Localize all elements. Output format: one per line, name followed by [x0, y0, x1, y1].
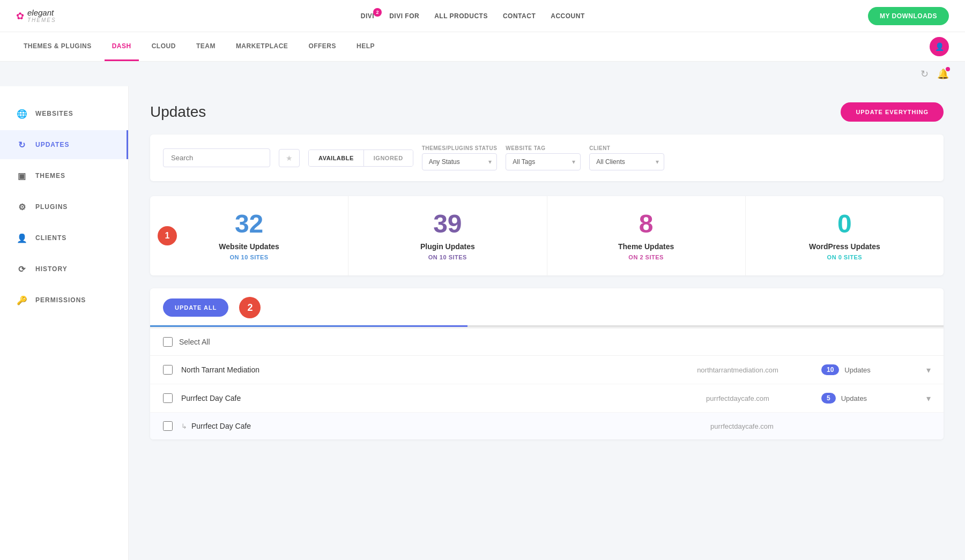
table-row: Purrfect Day Cafe purrfectdaycafe.com 5 … [150, 384, 944, 413]
updates-icon: ↻ [16, 139, 28, 151]
sub-nav-themes-plugins[interactable]: THEMES & PLUGINS [16, 33, 99, 61]
table-row: North Tarrant Mediation northtarrantmedi… [150, 356, 944, 384]
tag-select[interactable]: All Tags [506, 153, 581, 170]
plugins-icon: ⚙ [16, 201, 28, 213]
expand-purrfect[interactable]: ▾ [926, 393, 931, 404]
plugin-updates-sub: ON 10 SITES [359, 254, 536, 260]
row-checkbox-purrfect[interactable] [163, 393, 173, 403]
select-all-label: Select All [179, 338, 210, 346]
stats-row: 1 32 Website Updates ON 10 SITES 39 Plug… [150, 196, 944, 275]
search-wrap [163, 148, 270, 167]
step-badge-2: 2 [239, 297, 261, 318]
notification-dot [946, 67, 950, 71]
content-area: Updates UPDATE EVERYTHING ★ AVAILABLE IG… [129, 86, 965, 560]
sidebar: 🌐 WEBSITES ↻ UPDATES ▣ THEMES ⚙ PLUGINS … [0, 86, 129, 560]
expand-north-tarrant[interactable]: ▾ [926, 365, 931, 375]
sub-nav-cloud[interactable]: CLOUD [144, 33, 183, 61]
status-filter-label: THEMES/PLUGINS STATUS [422, 145, 498, 151]
sub-nav-help[interactable]: HELP [349, 33, 382, 61]
updates-label-north-tarrant: Updates [844, 366, 870, 374]
sidebar-label-updates: UPDATES [35, 141, 69, 148]
globe-icon: 🌐 [16, 108, 28, 120]
sidebar-item-updates[interactable]: ↻ UPDATES [0, 130, 128, 159]
stat-website-updates: 1 32 Website Updates ON 10 SITES [150, 196, 348, 275]
refresh-icon[interactable]: ↻ [921, 68, 929, 80]
status-filter-wrap: THEMES/PLUGINS STATUS Any Status Availab… [422, 145, 498, 170]
select-all-row: Select All [150, 328, 944, 356]
select-all-checkbox[interactable] [163, 337, 173, 347]
my-downloads-button[interactable]: MY DOWNLOADS [868, 7, 949, 25]
theme-updates-sub: ON 2 SITES [558, 254, 734, 260]
row-checkbox-purrfect-sub[interactable] [163, 421, 173, 431]
updates-table: UPDATE ALL 2 Select All North Tarrant Me… [150, 288, 944, 439]
top-nav-divi[interactable]: DIVI 2 [361, 12, 374, 20]
client-filter-wrap: CLIENT All Clients [589, 145, 664, 170]
table-toolbar: UPDATE ALL 2 [150, 288, 944, 328]
updates-count-purrfect: 5 [821, 393, 836, 404]
theme-updates-number: 8 [558, 211, 734, 237]
history-icon: ⟳ [16, 263, 28, 275]
stat-plugin-updates: 39 Plugin Updates ON 10 SITES [348, 196, 547, 275]
top-nav-links: DIVI 2 DIVI FOR ALL PRODUCTS CONTACT ACC… [78, 12, 868, 20]
sidebar-label-history: HISTORY [35, 265, 68, 273]
sidebar-item-history[interactable]: ⟳ HISTORY [0, 255, 128, 283]
page-title: Updates [150, 103, 206, 121]
filter-tab-group: AVAILABLE IGNORED [308, 150, 413, 167]
sidebar-item-clients[interactable]: 👤 CLIENTS [0, 223, 128, 252]
top-nav-contact[interactable]: CONTACT [503, 12, 536, 20]
wordpress-updates-number: 0 [756, 211, 933, 237]
row-checkbox-north-tarrant[interactable] [163, 365, 173, 375]
sidebar-label-plugins: PLUGINS [35, 203, 68, 211]
avatar-icon: 👤 [935, 42, 944, 51]
step-badge-1: 1 [158, 226, 177, 245]
content-header: Updates UPDATE EVERYTHING [150, 102, 944, 122]
divi-badge: 2 [373, 8, 382, 17]
search-input[interactable] [163, 148, 270, 167]
notifications-icon[interactable]: 🔔 [937, 68, 949, 80]
wordpress-updates-sub: ON 0 SITES [756, 254, 933, 260]
sidebar-item-themes[interactable]: ▣ THEMES [0, 161, 128, 190]
status-select-wrap: Any Status Available Up to Date [422, 153, 498, 170]
themes-icon: ▣ [16, 170, 28, 182]
updates-count-north-tarrant: 10 [821, 364, 839, 375]
logo[interactable]: ✿ elegant themes [16, 9, 56, 24]
top-nav: ✿ elegant themes DIVI 2 DIVI FOR ALL PRO… [0, 0, 965, 32]
sub-nav-marketplace[interactable]: MARKETPLACE [228, 33, 296, 61]
plugin-updates-number: 39 [359, 211, 536, 237]
update-everything-button[interactable]: UPDATE EVERYTHING [841, 102, 944, 122]
tab-available[interactable]: AVAILABLE [309, 150, 364, 166]
stat-theme-updates: 8 Theme Updates ON 2 SITES [547, 196, 746, 275]
tab-ignored[interactable]: IGNORED [364, 150, 413, 166]
brand-tagline: themes [27, 17, 56, 23]
client-select-wrap: All Clients [589, 153, 664, 170]
client-select[interactable]: All Clients [589, 153, 664, 170]
sidebar-item-plugins[interactable]: ⚙ PLUGINS [0, 192, 128, 221]
status-select[interactable]: Any Status Available Up to Date [422, 153, 497, 170]
favorite-filter-button[interactable]: ★ [279, 149, 300, 167]
sub-nav-team[interactable]: TEAM [189, 33, 223, 61]
row-name-north-tarrant: North Tarrant Mediation [181, 365, 654, 374]
progress-bar-fill [150, 325, 467, 327]
tag-select-wrap: All Tags [506, 153, 581, 170]
top-nav-account[interactable]: ACCOUNT [551, 12, 585, 20]
top-nav-right: MY DOWNLOADS [868, 7, 949, 25]
website-updates-label: Website Updates [161, 242, 337, 251]
sidebar-item-permissions[interactable]: 🔑 PERMISSIONS [0, 286, 128, 315]
toolbar-row: ↻ 🔔 [0, 62, 965, 86]
update-all-button[interactable]: UPDATE ALL [163, 298, 228, 317]
sidebar-label-websites: WEBSITES [35, 110, 73, 117]
sidebar-label-permissions: PERMISSIONS [35, 296, 86, 304]
top-nav-divi-for[interactable]: DIVI FOR [389, 12, 419, 20]
row-domain-purrfect: purrfectdaycafe.com [663, 394, 813, 402]
clients-icon: 👤 [16, 232, 28, 244]
sidebar-label-themes: THEMES [35, 172, 65, 180]
row-updates-north-tarrant: 10 Updates [821, 364, 918, 375]
sidebar-item-websites[interactable]: 🌐 WEBSITES [0, 99, 128, 128]
user-avatar[interactable]: 👤 [930, 37, 949, 56]
top-nav-all-products[interactable]: ALL PRODUCTS [434, 12, 488, 20]
sub-nav-offers[interactable]: OFFERS [301, 33, 344, 61]
row-name-purrfect: Purrfect Day Cafe [181, 394, 654, 402]
plugin-updates-label: Plugin Updates [359, 242, 536, 251]
website-updates-sub: ON 10 SITES [161, 254, 337, 260]
sub-nav-dash[interactable]: DASH [105, 33, 139, 61]
